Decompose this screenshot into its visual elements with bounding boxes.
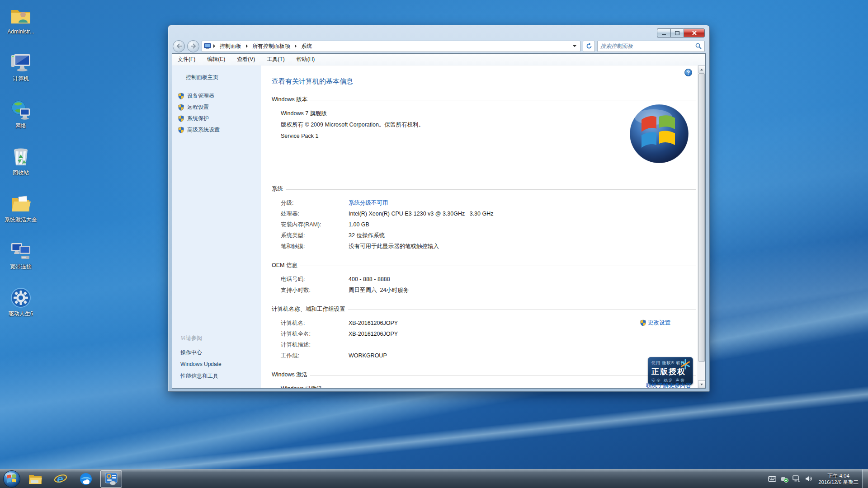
activation-folder-icon: e <box>9 192 32 215</box>
scroll-down-button[interactable] <box>698 380 705 388</box>
qq-browser-icon <box>79 472 93 486</box>
sidebar-item-control-panel-home[interactable]: 控制面板主页 <box>186 74 261 81</box>
usb-device-icon[interactable] <box>780 475 788 483</box>
refresh-button[interactable] <box>583 41 595 52</box>
system-tray <box>768 475 813 483</box>
sidebar-item-label: 系统保护 <box>187 115 209 122</box>
vertical-scrollbar <box>698 66 705 388</box>
window-client-area: 文件(F) 编辑(E) 查看(V) 工具(T) 帮助(H) 控制面板主页 设备管… <box>172 53 706 389</box>
sidebar-item-label: 设备管理器 <box>187 92 214 100</box>
recycle-bin-icon <box>9 145 32 168</box>
desktop-icon-activation-folder[interactable]: e 系统激活大全 <box>3 191 39 238</box>
desktop: Administr... 计算机 <box>0 0 868 488</box>
section-header-label: Windows 版本 <box>272 96 307 103</box>
desktop-icon-broadband[interactable]: 宽带连接 <box>3 238 39 285</box>
address-toolbar: 控制面板 所有控制面板项 系统 <box>172 39 706 53</box>
sidebar-item-advanced-system-settings[interactable]: 高级系统设置 <box>178 124 261 136</box>
driver-gear-icon <box>9 286 32 309</box>
minimize-icon <box>662 31 666 35</box>
menu-view[interactable]: 查看(V) <box>237 56 255 63</box>
start-button[interactable] <box>3 470 21 488</box>
search-input[interactable] <box>600 43 695 49</box>
menu-help[interactable]: 帮助(H) <box>297 56 315 63</box>
section-header-label: OEM 信息 <box>272 262 297 269</box>
change-settings-link[interactable]: 更改设置 <box>648 319 670 327</box>
sidebar-item-action-center[interactable]: 操作中心 <box>178 347 261 358</box>
section-windows-version: Windows 版本 <box>272 96 698 103</box>
input-method-keyboard-icon[interactable] <box>768 475 776 483</box>
rating-unavailable-link[interactable]: 系统分级不可用 <box>349 197 388 208</box>
sidebar-item-system-protection[interactable]: 系统保护 <box>178 113 261 124</box>
main-content: ? 查看有关计算机的基本信息 Windows 版本 Windows 7 旗舰版 … <box>261 66 698 388</box>
desktop-icon-label: 驱动人生6 <box>9 310 33 317</box>
back-button[interactable] <box>173 40 185 52</box>
taskbar-item-internet-explorer[interactable]: e <box>50 470 71 488</box>
row-label: 计算机描述: <box>281 339 349 350</box>
row-label: 笔和触摸: <box>281 241 349 252</box>
address-breadcrumb[interactable]: 控制面板 所有控制面板项 系统 <box>202 41 580 52</box>
row-label: 计算机全名: <box>281 328 349 339</box>
taskbar-item-explorer[interactable] <box>24 470 46 488</box>
show-desktop-button[interactable] <box>862 469 868 488</box>
section-header-label: 计算机名称、域和工作组设置 <box>272 305 345 313</box>
genuine-microsoft-badge[interactable]: 使用 微软® 软件 正版授权 安全 稳定 声誉 <box>648 357 693 385</box>
menu-bar: 文件(F) 编辑(E) 查看(V) 工具(T) 帮助(H) <box>172 54 705 66</box>
learn-more-online-link[interactable]: 联机了解更多内容 <box>646 382 691 388</box>
desktop-icon-recycle-bin[interactable]: 回收站 <box>3 144 39 191</box>
system-row-rating: 分级: 系统分级不可用 <box>281 197 698 208</box>
taskbar-item-control-panel-active[interactable] <box>100 470 122 488</box>
desktop-icon-label: 回收站 <box>13 169 29 176</box>
chevron-down-icon <box>573 45 576 47</box>
sidebar-item-remote-settings[interactable]: 远程设置 <box>178 102 261 113</box>
uac-shield-icon <box>178 93 184 99</box>
sidebar-item-windows-update[interactable]: Windows Update <box>178 358 261 370</box>
menu-edit[interactable]: 编辑(E) <box>207 56 225 63</box>
desktop-icon-driver-life[interactable]: 驱动人生6 <box>3 285 39 332</box>
forward-button[interactable] <box>187 40 199 52</box>
page-title: 查看有关计算机的基本信息 <box>272 77 698 86</box>
scrollbar-track[interactable] <box>698 73 705 380</box>
help-icon[interactable]: ? <box>684 69 692 76</box>
computer-icon <box>9 52 32 74</box>
row-label: 支持小时数: <box>281 285 349 296</box>
clock-time: 下午 4:04 <box>818 473 859 479</box>
breadcrumb-system[interactable]: 系统 <box>299 42 314 51</box>
svg-text:e: e <box>57 473 63 485</box>
scrollbar-thumb[interactable] <box>698 73 705 362</box>
desktop-icon-computer[interactable]: 计算机 <box>3 50 39 97</box>
desktop-icon-label: 网络 <box>15 122 26 129</box>
sidebar-item-device-manager[interactable]: 设备管理器 <box>178 90 261 102</box>
activation-status: Windows 已激活 <box>281 383 698 388</box>
breadcrumb-all-items[interactable]: 所有控制面板项 <box>250 42 292 51</box>
genuine-star-icon <box>680 359 691 370</box>
system-row-type: 系统类型: 32 位操作系统 <box>281 230 698 241</box>
section-header-label: 系统 <box>272 185 283 193</box>
desktop-icon-administrator[interactable]: Administr... <box>3 3 39 50</box>
row-label: 安装内存(RAM): <box>281 219 349 230</box>
menu-file[interactable]: 文件(F) <box>178 56 195 63</box>
desktop-icon-network[interactable]: 网络 <box>3 97 39 144</box>
volume-icon[interactable] <box>805 475 813 483</box>
taskbar-item-qq-browser[interactable] <box>75 470 97 488</box>
section-rule <box>300 266 696 266</box>
search-icon[interactable] <box>695 43 702 49</box>
breadcrumb-control-panel[interactable]: 控制面板 <box>217 42 244 51</box>
close-button[interactable] <box>684 28 705 38</box>
window-titlebar[interactable] <box>172 25 706 39</box>
row-value: WORKGROUP <box>349 350 387 361</box>
taskbar-clock[interactable]: 下午 4:04 2016/12/6 星期二 <box>818 473 859 485</box>
row-value: 周日至周六 24小时服务 <box>349 285 409 296</box>
maximize-button[interactable] <box>670 28 684 38</box>
minimize-button[interactable] <box>657 28 670 38</box>
address-dropdown-button[interactable] <box>571 45 578 47</box>
scroll-up-button[interactable] <box>698 66 705 73</box>
sidebar-item-label: 高级系统设置 <box>187 126 220 134</box>
computer-row-description: 计算机描述: <box>281 339 698 350</box>
network-status-icon[interactable] <box>793 475 801 483</box>
menu-tools[interactable]: 工具(T) <box>267 56 284 63</box>
see-also-header: 另请参阅 <box>180 334 261 342</box>
system-page-icon <box>204 43 211 49</box>
back-arrow-icon <box>176 43 182 49</box>
row-label: 计算机名: <box>281 318 349 328</box>
sidebar-item-performance-tools[interactable]: 性能信息和工具 <box>178 370 261 382</box>
